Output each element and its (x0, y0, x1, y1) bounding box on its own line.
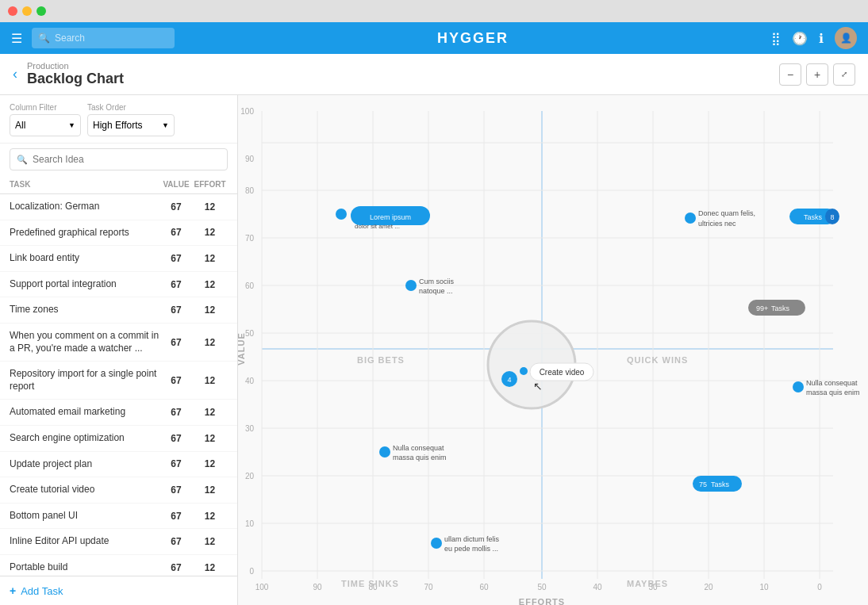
svg-text:100: 100 (240, 107, 254, 116)
nav-icons: ⣿ 🕐 ℹ 👤 (771, 27, 857, 49)
menu-icon[interactable]: ☰ (11, 31, 22, 46)
main-content: Column Filter All ▼ Task Order High Effo… (0, 95, 868, 605)
svg-text:Tasks: Tasks (771, 304, 790, 312)
task-row[interactable]: Predefined graphical reports 67 12 (0, 220, 237, 247)
svg-text:MAYBES: MAYBES (627, 579, 668, 588)
task-row[interactable]: Repository import for a single point rep… (0, 362, 237, 400)
task-name: Search engine optimization (10, 432, 160, 445)
task-row[interactable]: Time zones 67 12 (0, 297, 237, 324)
svg-text:TIME SINKS: TIME SINKS (341, 579, 399, 588)
add-task-button[interactable]: + Add Task (0, 576, 237, 605)
task-value: 67 (160, 484, 192, 496)
task-name: When you comment on a commit in a PR, yo… (10, 330, 160, 354)
grid-icon[interactable]: ⣿ (771, 31, 781, 46)
task-row[interactable]: Inline Editor API update 67 12 (0, 529, 237, 555)
task-effort: 12 (192, 253, 228, 264)
task-value: 67 (160, 201, 192, 213)
task-value: 67 (160, 337, 192, 348)
svg-text:Donec quam felis,: Donec quam felis, (698, 209, 755, 217)
add-icon: + (10, 584, 16, 597)
task-row[interactable]: Create tutorial video 67 12 (0, 477, 237, 504)
app-title: HYGGER (184, 30, 762, 47)
task-value: 67 (160, 304, 192, 316)
task-effort: 12 (192, 511, 228, 522)
task-name: Bottom panel UI (10, 510, 160, 523)
svg-text:80: 80 (245, 186, 255, 195)
col-value-header: VALUE (160, 180, 192, 189)
svg-text:40: 40 (245, 377, 255, 385)
avatar[interactable]: 👤 (835, 27, 857, 49)
search-icon: 🔍 (38, 33, 50, 44)
close-button[interactable] (8, 6, 17, 16)
task-row[interactable]: Update project plan 67 12 (0, 452, 237, 478)
svg-text:50: 50 (537, 583, 547, 592)
svg-text:Tasks: Tasks (804, 213, 823, 221)
task-name: Support portal integration (10, 278, 160, 291)
task-table: TASK VALUE EFFORT Localization: German 6… (0, 175, 237, 576)
search-input[interactable] (55, 33, 168, 44)
svg-text:Tasks: Tasks (711, 481, 730, 488)
task-effort: 12 (192, 433, 228, 444)
col-effort-header: EFFORT (192, 180, 228, 189)
svg-text:Create video: Create video (540, 368, 585, 377)
svg-text:60: 60 (479, 583, 489, 592)
idea-search-bar[interactable]: 🔍 (10, 148, 228, 170)
task-value: 67 (160, 227, 192, 238)
svg-text:10: 10 (759, 583, 769, 592)
task-order-chevron-icon: ▼ (162, 121, 169, 129)
task-value: 67 (160, 253, 192, 264)
minimize-button[interactable] (22, 6, 32, 16)
task-effort: 12 (192, 227, 228, 238)
task-effort: 12 (192, 279, 228, 290)
svg-text:0: 0 (249, 567, 254, 576)
task-order-select[interactable]: High Efforts ▼ (87, 114, 175, 136)
back-button[interactable]: ‹ (13, 66, 17, 82)
svg-text:Cum sociis: Cum sociis (419, 278, 455, 285)
column-filter-chevron-icon: ▼ (68, 121, 75, 129)
column-filter-select[interactable]: All ▼ (10, 114, 81, 136)
task-row[interactable]: Bottom panel UI 67 12 (0, 504, 237, 530)
svg-text:50: 50 (245, 329, 255, 338)
task-effort: 12 (192, 375, 228, 386)
task-order-label: Task Order (87, 103, 175, 112)
zoom-in-button[interactable]: + (806, 63, 828, 86)
task-row[interactable]: Search engine optimization 67 12 (0, 426, 237, 452)
maximize-button[interactable] (36, 6, 46, 16)
search-bar[interactable]: 🔍 (32, 28, 175, 48)
task-name: Update project plan (10, 458, 160, 471)
task-row[interactable]: Automated email marketing 67 12 (0, 400, 237, 426)
task-row[interactable]: Link board entity 67 12 (0, 246, 237, 272)
svg-text:massa quis enim: massa quis enim (806, 389, 860, 396)
svg-text:99+: 99+ (756, 304, 768, 312)
idea-search-input[interactable] (33, 154, 221, 165)
svg-text:40: 40 (593, 583, 602, 592)
info-icon[interactable]: ℹ (819, 31, 824, 46)
task-rows-container: Localization: German 67 12 Predefined gr… (0, 194, 237, 576)
task-effort: 12 (192, 304, 228, 316)
svg-point-50 (336, 209, 347, 220)
task-table-header: TASK VALUE EFFORT (0, 175, 237, 194)
task-row[interactable]: Localization: German 67 12 (0, 194, 237, 220)
task-row[interactable]: Support portal integration 67 12 (0, 272, 237, 298)
expand-button[interactable]: ⤢ (833, 63, 855, 86)
task-row[interactable]: Portable build 67 12 (0, 555, 237, 576)
task-effort: 12 (192, 484, 228, 496)
zoom-out-button[interactable]: − (779, 63, 801, 86)
task-name: Time zones (10, 304, 160, 316)
svg-text:90: 90 (245, 155, 255, 163)
task-name: Predefined graphical reports (10, 227, 160, 239)
svg-text:dolor sit amet ...: dolor sit amet ... (355, 223, 400, 230)
svg-point-54 (685, 213, 696, 224)
task-effort: 12 (192, 201, 228, 213)
svg-text:EFFORTS: EFFORTS (519, 597, 565, 605)
svg-text:20: 20 (704, 583, 713, 592)
task-value: 67 (160, 407, 192, 418)
svg-text:70: 70 (245, 234, 255, 243)
add-task-label: Add Task (21, 585, 63, 597)
svg-text:↖: ↖ (533, 380, 543, 392)
svg-point-74 (793, 381, 804, 392)
column-filter-label: Column Filter (10, 103, 81, 112)
clock-icon[interactable]: 🕐 (792, 31, 808, 46)
task-row[interactable]: When you comment on a commit in a PR, yo… (0, 324, 237, 362)
task-effort: 12 (192, 458, 228, 469)
